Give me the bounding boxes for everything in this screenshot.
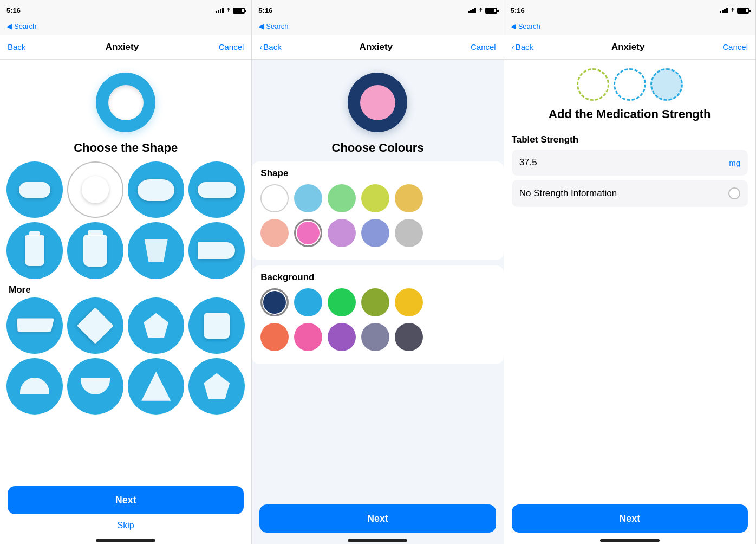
strength-value[interactable]: 37.5 <box>519 157 537 168</box>
bottle2-shape <box>83 235 107 266</box>
nav-cancel-1[interactable]: Cancel <box>219 42 244 51</box>
home-indicator-1 <box>0 536 251 544</box>
shape-color-green[interactable] <box>328 184 356 212</box>
status-time-2: 5:16 <box>258 7 272 15</box>
bg-color-blue[interactable] <box>294 288 322 316</box>
nav-title-2: Anxiety <box>360 42 393 53</box>
half2-shape <box>81 378 110 394</box>
bg-color-olive[interactable] <box>361 288 389 316</box>
nav-back-2[interactable]: ‹ Back <box>259 42 281 51</box>
strength-section-title: Add the Medication Strength <box>538 105 721 128</box>
half1-shape <box>20 378 49 394</box>
shape-item-tube[interactable] <box>188 222 245 279</box>
home-bar-1 <box>96 539 155 542</box>
panel-strength: 5:16 ⇡ ◀ Search ‹ Back Anxiety Cancel Ad… <box>504 0 756 544</box>
nav-back-3[interactable]: ‹ Back <box>512 42 533 51</box>
status-bar-2: 5:16 ⇡ <box>252 0 503 20</box>
search-label-1: Search <box>14 22 36 30</box>
shape-item-hex[interactable] <box>128 297 184 354</box>
nav-back-1[interactable]: Back <box>8 42 25 51</box>
no-strength-text: No Strength Information <box>519 188 617 199</box>
shape-item-pent2[interactable] <box>188 358 245 415</box>
bg-color-green[interactable] <box>328 288 356 316</box>
nav-cancel-2[interactable]: Cancel <box>471 42 496 51</box>
shape-section-title: Choose the Shape <box>63 139 188 161</box>
shape-color-gray[interactable] <box>395 219 423 247</box>
battery-icon-1 <box>233 8 245 14</box>
hero-pill-1 <box>577 68 609 101</box>
status-icons-3: ⇡ <box>720 7 749 14</box>
shape-color-peach[interactable] <box>260 219 289 247</box>
bg-color-purple[interactable] <box>328 323 356 351</box>
bg-color-hotpink[interactable] <box>294 323 322 351</box>
shape-item-round[interactable] <box>67 161 123 218</box>
strength-form: Tablet Strength 37.5 mg No Strength Info… <box>504 128 755 207</box>
bg-colour-section: Background <box>252 265 503 364</box>
status-icons-2: ⇡ <box>468 7 497 14</box>
home-indicator-3 <box>504 536 755 544</box>
tablet-strength-label: Tablet Strength <box>512 134 748 145</box>
colour-hero-inner <box>360 85 395 120</box>
shape-next-button[interactable]: Next <box>8 486 244 514</box>
shape-item-diamond2[interactable] <box>67 297 123 354</box>
shape-color-white[interactable] <box>260 184 289 212</box>
shape-item-cup[interactable] <box>128 222 184 279</box>
shape-color-yellow-green[interactable] <box>361 184 389 212</box>
bg-color-darkblue-selected[interactable] <box>260 288 289 316</box>
shape-color-yellow[interactable] <box>395 184 423 212</box>
signal-icon-2 <box>468 8 476 13</box>
status-bar-1: 5:16 ⇡ <box>0 0 251 20</box>
search-bar-3[interactable]: ◀ Search <box>504 20 755 35</box>
squarepill-shape <box>204 313 230 339</box>
shape-hero <box>96 60 155 139</box>
search-bar-2[interactable]: ◀ Search <box>252 20 503 35</box>
status-icons-1: ⇡ <box>216 7 245 14</box>
bg-colour-label: Background <box>260 272 494 283</box>
colour-hero <box>348 60 407 139</box>
no-strength-radio[interactable] <box>728 187 740 199</box>
shape-item-bottle2[interactable] <box>67 222 123 279</box>
half3-shape <box>141 372 171 401</box>
nav-cancel-3[interactable]: Cancel <box>722 42 748 51</box>
search-label-3: Search <box>518 22 540 30</box>
shape-item-bottle1[interactable] <box>6 222 63 279</box>
shape-grid-row2 <box>0 222 251 279</box>
panel-shape: 5:16 ⇡ ◀ Search Back Anxiety Cancel Choo… <box>0 0 252 544</box>
shape-skip-button[interactable]: Skip <box>118 519 134 533</box>
shape-item-diamond1[interactable] <box>6 297 63 354</box>
bg-color-yellow[interactable] <box>395 288 423 316</box>
shape-item-oval[interactable] <box>128 161 184 218</box>
strength-unit: mg <box>729 158 740 167</box>
status-bar-3: 5:16 ⇡ <box>504 0 755 20</box>
more-shape-grid-row2 <box>0 358 251 415</box>
shape-item-squarepill[interactable] <box>188 297 245 354</box>
bg-color-coral[interactable] <box>260 323 289 351</box>
wifi-icon-1: ⇡ <box>226 7 231 14</box>
strength-input-row[interactable]: 37.5 mg <box>512 150 748 176</box>
hero-pill-2 <box>614 68 646 101</box>
shape-hero-circle <box>96 73 155 132</box>
search-bar-1[interactable]: ◀ Search <box>0 20 251 35</box>
shape-item-half1[interactable] <box>6 358 63 415</box>
no-strength-row[interactable]: No Strength Information <box>512 180 748 207</box>
strength-next-button[interactable]: Next <box>512 504 748 533</box>
bg-color-mauve[interactable] <box>361 323 389 351</box>
signal-icon-3 <box>720 8 728 13</box>
hex-shape <box>144 313 168 338</box>
colour-content: Choose Colours Shape Background <box>252 60 503 499</box>
bg-color-darkgray[interactable] <box>395 323 423 351</box>
shape-item-half3[interactable] <box>128 358 184 415</box>
shape-item-half2[interactable] <box>67 358 123 415</box>
shape-item-oblong[interactable] <box>188 161 245 218</box>
shape-color-periwinkle[interactable] <box>361 219 389 247</box>
oval-shape <box>138 179 175 201</box>
shape-color-lavender[interactable] <box>328 219 356 247</box>
shape-color-lightblue[interactable] <box>294 184 322 212</box>
home-bar-3 <box>600 539 660 542</box>
capsule-shape <box>19 182 50 198</box>
shape-color-pink-selected[interactable] <box>294 219 322 247</box>
colour-next-button[interactable]: Next <box>259 504 496 533</box>
bg-color-row-2 <box>260 323 494 351</box>
shape-item-capsule[interactable] <box>6 161 63 218</box>
colour-section-title: Choose Colours <box>321 139 435 161</box>
